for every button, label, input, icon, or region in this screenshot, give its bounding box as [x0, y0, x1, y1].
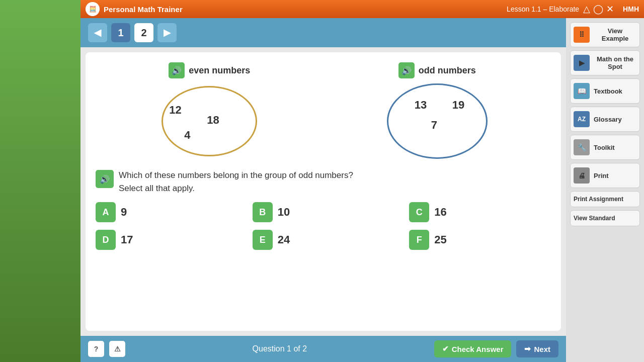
- app-window: 🧮 Personal Math Trainer Lesson 1.1 – Ela…: [80, 0, 644, 362]
- even-label: 🔊 even numbers: [169, 62, 250, 78]
- even-oval-container: 12 18 4: [159, 83, 260, 159]
- choice-c-button[interactable]: C: [409, 202, 429, 222]
- left-panel: ◀ 1 2 ▶ 🔊 even numbers: [80, 18, 566, 362]
- choice-f-value: 25: [434, 233, 446, 246]
- prev-page-button[interactable]: ◀: [88, 23, 107, 42]
- choice-f-button[interactable]: F: [409, 230, 429, 250]
- odd-num-7: 7: [431, 119, 437, 132]
- choice-f[interactable]: F 25: [409, 230, 551, 250]
- hmh-logo: HMH: [623, 5, 639, 13]
- title-bar: 🧮 Personal Math Trainer Lesson 1.1 – Ela…: [80, 0, 644, 18]
- glossary-label: Glossary: [594, 116, 622, 123]
- choice-b[interactable]: B 10: [253, 202, 394, 222]
- view-example-icon: ⠿: [574, 27, 590, 43]
- odd-oval-container: 13 19 7: [387, 83, 488, 159]
- view-standard-label: View Standard: [574, 215, 615, 222]
- choice-e-button[interactable]: E: [253, 230, 273, 250]
- print-button[interactable]: 🖨 Print: [570, 163, 640, 188]
- glossary-icon: AZ: [574, 111, 590, 127]
- warning-button[interactable]: ⚠: [109, 341, 125, 357]
- even-sound-icon[interactable]: 🔊: [169, 62, 185, 78]
- page-2-button[interactable]: 2: [134, 23, 153, 42]
- print-assignment-label: Print Assignment: [574, 196, 623, 203]
- triangle-icon: △: [583, 4, 590, 15]
- nav-bar: ◀ 1 2 ▶: [80, 18, 566, 47]
- even-num-12: 12: [169, 104, 181, 117]
- odd-label: 🔊 odd numbers: [398, 62, 476, 78]
- choice-c-value: 16: [434, 206, 446, 219]
- toolkit-icon: 🔧: [574, 139, 590, 155]
- close-icon[interactable]: ✕: [606, 4, 614, 15]
- next-label: Next: [534, 345, 550, 353]
- print-assignment-button[interactable]: Print Assignment: [570, 191, 640, 207]
- next-page-button[interactable]: ▶: [157, 23, 177, 42]
- check-icon: ✔: [442, 344, 449, 353]
- number-groups: 🔊 even numbers 12 18 4 🔊: [96, 62, 551, 159]
- odd-num-13: 13: [415, 99, 427, 112]
- right-sidebar: ⠿ View Example ▶ Math on the Spot 📖 Text…: [566, 18, 644, 362]
- question-sub-text: Select all that apply.: [119, 184, 195, 193]
- even-num-4: 4: [184, 129, 190, 142]
- question-counter: Question 1 of 2: [130, 344, 429, 353]
- choice-d-button[interactable]: D: [96, 230, 116, 250]
- odd-numbers-group: 🔊 odd numbers 13 19 7: [387, 62, 488, 159]
- next-button[interactable]: ➡ Next: [516, 340, 558, 357]
- question-text-area: 🔊 Which of these numbers belong in the g…: [96, 169, 551, 195]
- print-label: Print: [594, 172, 609, 179]
- content-area: ◀ 1 2 ▶ 🔊 even numbers: [80, 18, 644, 362]
- lesson-title: Lesson 1.1 – Elaborate: [507, 5, 579, 13]
- help-button[interactable]: ?: [88, 341, 104, 357]
- bottom-bar: ? ⚠ Question 1 of 2 ✔ Check Answer ➡ Nex…: [80, 336, 566, 362]
- check-answer-label: Check Answer: [452, 345, 504, 353]
- choice-a-button[interactable]: A: [96, 202, 116, 222]
- app-title: Personal Math Trainer: [104, 5, 503, 14]
- toolkit-label: Toolkit: [594, 144, 615, 151]
- choice-b-value: 10: [278, 206, 290, 219]
- choice-e-value: 24: [278, 233, 290, 246]
- odd-sound-icon[interactable]: 🔊: [398, 62, 415, 78]
- next-arrow-icon: ➡: [524, 344, 531, 353]
- choice-d[interactable]: D 17: [96, 230, 237, 250]
- view-standard-button[interactable]: View Standard: [570, 210, 640, 226]
- odd-num-19: 19: [452, 99, 464, 112]
- math-on-spot-label: Math on the Spot: [594, 55, 636, 70]
- glossary-button[interactable]: AZ Glossary: [570, 107, 640, 132]
- view-example-label: View Example: [594, 27, 636, 42]
- choice-d-value: 17: [121, 233, 133, 246]
- choice-c[interactable]: C 16: [409, 202, 551, 222]
- question-area: 🔊 even numbers 12 18 4 🔊: [86, 52, 561, 331]
- even-num-18: 18: [207, 114, 219, 127]
- textbook-label: Textbook: [594, 87, 622, 95]
- choice-e[interactable]: E 24: [253, 230, 394, 250]
- page-1-button[interactable]: 1: [111, 23, 130, 42]
- math-on-spot-button[interactable]: ▶ Math on the Spot: [570, 50, 640, 75]
- answer-grid: A 9 B 10 C 16 D 17: [96, 202, 551, 250]
- even-numbers-group: 🔊 even numbers 12 18 4: [159, 62, 260, 159]
- choice-b-button[interactable]: B: [253, 202, 273, 222]
- toolkit-button[interactable]: 🔧 Toolkit: [570, 135, 640, 160]
- question-content: Which of these numbers belong in the gro…: [119, 169, 353, 195]
- question-main-text: Which of these numbers belong in the gro…: [119, 170, 353, 180]
- textbook-button[interactable]: 📖 Textbook: [570, 78, 640, 104]
- odd-label-text: odd numbers: [419, 65, 476, 76]
- choice-a[interactable]: A 9: [96, 202, 237, 222]
- choice-a-value: 9: [121, 206, 127, 219]
- textbook-icon: 📖: [574, 83, 590, 99]
- print-icon: 🖨: [574, 167, 590, 184]
- math-on-spot-icon: ▶: [574, 55, 590, 71]
- even-label-text: even numbers: [189, 65, 250, 76]
- title-icons: △ ◯ ✕: [583, 4, 614, 15]
- check-answer-button[interactable]: ✔ Check Answer: [434, 340, 512, 357]
- app-logo: 🧮: [86, 2, 100, 16]
- circle-icon: ◯: [593, 4, 603, 15]
- view-example-button[interactable]: ⠿ View Example: [570, 22, 640, 47]
- question-sound-icon[interactable]: 🔊: [96, 170, 114, 188]
